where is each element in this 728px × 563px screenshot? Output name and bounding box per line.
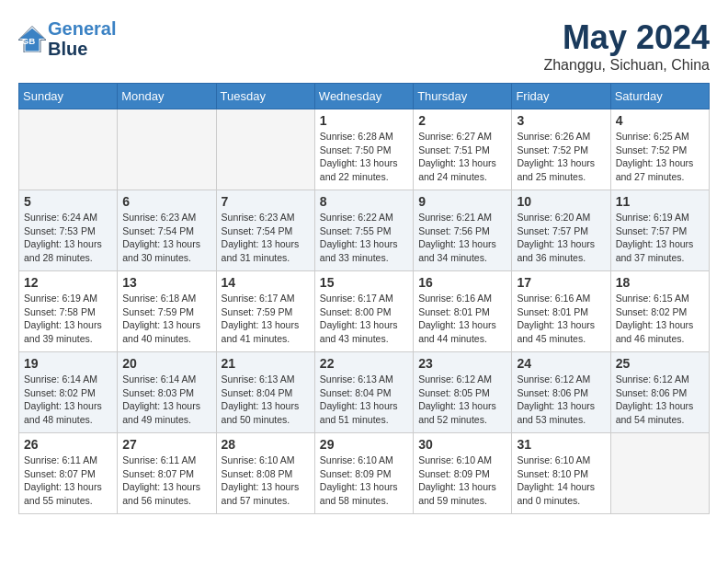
day-number: 28 [222, 437, 310, 452]
logo-subtext: Blue [48, 39, 116, 59]
day-info: Sunrise: 6:11 AMSunset: 8:07 PMDaylight:… [24, 454, 112, 508]
day-number: 11 [616, 194, 704, 209]
day-info: Sunrise: 6:24 AMSunset: 7:53 PMDaylight:… [24, 211, 112, 265]
day-info: Sunrise: 6:10 AMSunset: 8:10 PMDaylight:… [517, 454, 605, 508]
day-number: 7 [222, 194, 310, 209]
day-number: 5 [24, 194, 112, 209]
day-info: Sunrise: 6:13 AMSunset: 8:04 PMDaylight:… [320, 373, 408, 427]
calendar-week-row: 19Sunrise: 6:14 AMSunset: 8:02 PMDayligh… [19, 352, 710, 433]
day-number: 24 [517, 356, 605, 371]
day-number: 18 [616, 275, 704, 290]
day-number: 21 [222, 356, 310, 371]
calendar-cell: 16Sunrise: 6:16 AMSunset: 8:01 PMDayligh… [414, 271, 512, 352]
calendar-cell: 1Sunrise: 6:28 AMSunset: 7:50 PMDaylight… [314, 109, 413, 190]
day-info: Sunrise: 6:12 AMSunset: 8:06 PMDaylight:… [616, 373, 704, 427]
day-number: 23 [418, 356, 506, 371]
calendar-header-row: SundayMondayTuesdayWednesdayThursdayFrid… [19, 84, 710, 109]
calendar-cell: 22Sunrise: 6:13 AMSunset: 8:04 PMDayligh… [314, 352, 413, 433]
day-info: Sunrise: 6:12 AMSunset: 8:05 PMDaylight:… [418, 373, 506, 427]
calendar-cell: 6Sunrise: 6:23 AMSunset: 7:54 PMDaylight… [118, 190, 216, 271]
day-info: Sunrise: 6:23 AMSunset: 7:54 PMDaylight:… [122, 211, 210, 265]
day-number: 8 [320, 194, 408, 209]
day-info: Sunrise: 6:23 AMSunset: 7:54 PMDaylight:… [222, 211, 310, 265]
calendar: SundayMondayTuesdayWednesdayThursdayFrid… [18, 83, 710, 514]
day-number: 3 [517, 113, 605, 128]
calendar-cell: 23Sunrise: 6:12 AMSunset: 8:05 PMDayligh… [414, 352, 512, 433]
weekday-header-thursday: Thursday [414, 84, 512, 109]
calendar-cell: 3Sunrise: 6:26 AMSunset: 7:52 PMDaylight… [512, 109, 610, 190]
day-info: Sunrise: 6:14 AMSunset: 8:02 PMDaylight:… [24, 373, 112, 427]
calendar-cell: 2Sunrise: 6:27 AMSunset: 7:51 PMDaylight… [414, 109, 512, 190]
day-info: Sunrise: 6:28 AMSunset: 7:50 PMDaylight:… [320, 130, 408, 184]
day-info: Sunrise: 6:16 AMSunset: 8:01 PMDaylight:… [517, 292, 605, 346]
calendar-cell: 12Sunrise: 6:19 AMSunset: 7:58 PMDayligh… [19, 271, 118, 352]
page-header: GB General Blue May 2024 Zhanggu, Sichua… [18, 18, 710, 74]
day-info: Sunrise: 6:11 AMSunset: 8:07 PMDaylight:… [122, 454, 210, 508]
calendar-cell: 19Sunrise: 6:14 AMSunset: 8:02 PMDayligh… [19, 352, 118, 433]
day-info: Sunrise: 6:27 AMSunset: 7:51 PMDaylight:… [418, 130, 506, 184]
day-info: Sunrise: 6:15 AMSunset: 8:02 PMDaylight:… [616, 292, 704, 346]
day-number: 19 [24, 356, 112, 371]
calendar-cell: 25Sunrise: 6:12 AMSunset: 8:06 PMDayligh… [610, 352, 709, 433]
day-number: 10 [517, 194, 605, 209]
day-info: Sunrise: 6:26 AMSunset: 7:52 PMDaylight:… [517, 130, 605, 184]
day-number: 25 [616, 356, 704, 371]
day-info: Sunrise: 6:10 AMSunset: 8:08 PMDaylight:… [222, 454, 310, 508]
day-number: 30 [418, 437, 506, 452]
calendar-cell: 29Sunrise: 6:10 AMSunset: 8:09 PMDayligh… [314, 433, 413, 514]
day-number: 2 [418, 113, 506, 128]
calendar-cell: 7Sunrise: 6:23 AMSunset: 7:54 PMDaylight… [216, 190, 314, 271]
day-number: 27 [122, 437, 210, 452]
day-number: 9 [418, 194, 506, 209]
day-info: Sunrise: 6:21 AMSunset: 7:56 PMDaylight:… [418, 211, 506, 265]
calendar-cell: 28Sunrise: 6:10 AMSunset: 8:08 PMDayligh… [216, 433, 314, 514]
title-area: May 2024 Zhanggu, Sichuan, China [543, 18, 710, 74]
calendar-cell: 5Sunrise: 6:24 AMSunset: 7:53 PMDaylight… [19, 190, 118, 271]
weekday-header-monday: Monday [118, 84, 216, 109]
day-info: Sunrise: 6:22 AMSunset: 7:55 PMDaylight:… [320, 211, 408, 265]
day-number: 29 [320, 437, 408, 452]
day-info: Sunrise: 6:10 AMSunset: 8:09 PMDaylight:… [418, 454, 506, 508]
calendar-cell: 11Sunrise: 6:19 AMSunset: 7:57 PMDayligh… [610, 190, 709, 271]
calendar-cell: 14Sunrise: 6:17 AMSunset: 7:59 PMDayligh… [216, 271, 314, 352]
calendar-week-row: 1Sunrise: 6:28 AMSunset: 7:50 PMDaylight… [19, 109, 710, 190]
calendar-cell: 26Sunrise: 6:11 AMSunset: 8:07 PMDayligh… [19, 433, 118, 514]
day-info: Sunrise: 6:16 AMSunset: 8:01 PMDaylight:… [418, 292, 506, 346]
svg-text:GB: GB [22, 36, 36, 46]
calendar-cell [610, 433, 709, 514]
day-info: Sunrise: 6:12 AMSunset: 8:06 PMDaylight:… [517, 373, 605, 427]
weekday-header-friday: Friday [512, 84, 610, 109]
calendar-cell: 9Sunrise: 6:21 AMSunset: 7:56 PMDaylight… [414, 190, 512, 271]
day-number: 13 [122, 275, 210, 290]
day-number: 6 [122, 194, 210, 209]
day-info: Sunrise: 6:17 AMSunset: 7:59 PMDaylight:… [222, 292, 310, 346]
calendar-week-row: 5Sunrise: 6:24 AMSunset: 7:53 PMDaylight… [19, 190, 710, 271]
day-info: Sunrise: 6:19 AMSunset: 7:58 PMDaylight:… [24, 292, 112, 346]
day-info: Sunrise: 6:25 AMSunset: 7:52 PMDaylight:… [616, 130, 704, 184]
weekday-header-sunday: Sunday [19, 84, 118, 109]
calendar-week-row: 26Sunrise: 6:11 AMSunset: 8:07 PMDayligh… [19, 433, 710, 514]
calendar-cell [216, 109, 314, 190]
calendar-cell: 8Sunrise: 6:22 AMSunset: 7:55 PMDaylight… [314, 190, 413, 271]
calendar-cell: 27Sunrise: 6:11 AMSunset: 8:07 PMDayligh… [118, 433, 216, 514]
day-number: 15 [320, 275, 408, 290]
calendar-cell: 4Sunrise: 6:25 AMSunset: 7:52 PMDaylight… [610, 109, 709, 190]
calendar-body: 1Sunrise: 6:28 AMSunset: 7:50 PMDaylight… [19, 109, 710, 514]
day-info: Sunrise: 6:18 AMSunset: 7:59 PMDaylight:… [122, 292, 210, 346]
calendar-cell [118, 109, 216, 190]
day-info: Sunrise: 6:10 AMSunset: 8:09 PMDaylight:… [320, 454, 408, 508]
logo-icon: GB [18, 25, 46, 52]
day-number: 17 [517, 275, 605, 290]
day-info: Sunrise: 6:13 AMSunset: 8:04 PMDaylight:… [222, 373, 310, 427]
calendar-cell: 31Sunrise: 6:10 AMSunset: 8:10 PMDayligh… [512, 433, 610, 514]
day-info: Sunrise: 6:17 AMSunset: 8:00 PMDaylight:… [320, 292, 408, 346]
logo: GB General Blue [18, 18, 116, 59]
month-year: May 2024 [543, 18, 710, 57]
day-info: Sunrise: 6:20 AMSunset: 7:57 PMDaylight:… [517, 211, 605, 265]
calendar-cell: 21Sunrise: 6:13 AMSunset: 8:04 PMDayligh… [216, 352, 314, 433]
day-number: 14 [222, 275, 310, 290]
day-number: 1 [320, 113, 408, 128]
day-number: 31 [517, 437, 605, 452]
day-number: 26 [24, 437, 112, 452]
day-number: 22 [320, 356, 408, 371]
